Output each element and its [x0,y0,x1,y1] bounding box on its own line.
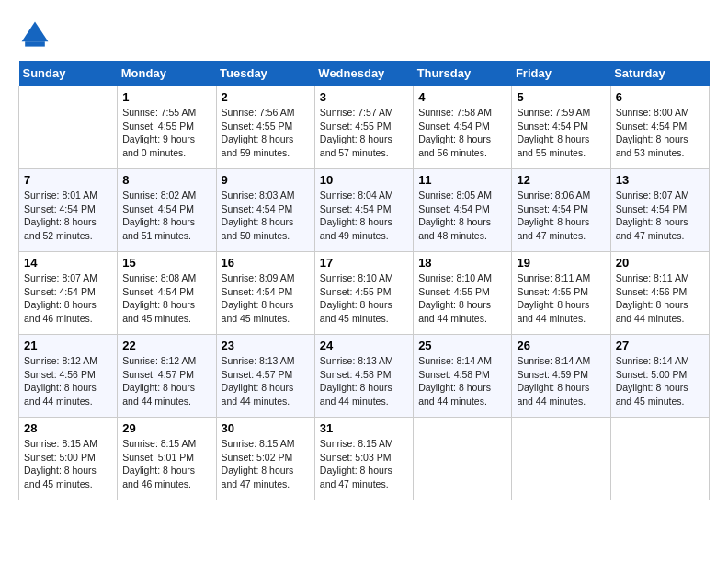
day-number: 5 [517,90,605,104]
daylight-text: Daylight: 8 hours and 55 minutes. [517,132,605,159]
day-info: Sunrise: 8:14 AM Sunset: 4:59 PM Dayligh… [517,354,605,408]
sunrise-text: Sunrise: 8:14 AM [517,354,605,368]
day-info: Sunrise: 8:13 AM Sunset: 4:58 PM Dayligh… [320,354,408,408]
calendar-week-5: 28 Sunrise: 8:15 AM Sunset: 5:00 PM Dayl… [19,418,710,500]
sunset-text: Sunset: 4:55 PM [418,285,506,299]
logo-icon [18,18,51,52]
calendar-cell: 12 Sunrise: 8:06 AM Sunset: 4:54 PM Dayl… [512,169,610,252]
calendar-cell [414,418,512,500]
day-number: 2 [222,90,310,104]
sunrise-text: Sunrise: 7:56 AM [222,106,310,120]
sunrise-text: Sunrise: 8:10 AM [418,271,506,285]
daylight-text: Daylight: 8 hours and 52 minutes. [24,215,112,242]
day-info: Sunrise: 8:14 AM Sunset: 4:58 PM Dayligh… [418,354,506,408]
sunrise-text: Sunrise: 8:02 AM [122,189,210,202]
day-info: Sunrise: 8:13 AM Sunset: 4:57 PM Dayligh… [222,354,310,408]
daylight-text: Daylight: 8 hours and 47 minutes. [616,215,704,242]
daylight-text: Daylight: 8 hours and 48 minutes. [418,215,506,242]
day-info: Sunrise: 8:02 AM Sunset: 4:54 PM Dayligh… [122,189,210,243]
calendar-week-1: 1 Sunrise: 7:55 AM Sunset: 4:55 PM Dayli… [19,86,710,169]
daylight-text: Daylight: 8 hours and 57 minutes. [320,132,408,159]
weekday-header-monday: Monday [118,61,216,86]
day-number: 10 [320,173,408,187]
sunset-text: Sunset: 4:55 PM [320,285,408,299]
day-number: 13 [616,173,704,187]
day-number: 20 [616,256,704,270]
weekday-header-wednesday: Wednesday [314,61,413,86]
daylight-text: Daylight: 8 hours and 44 minutes. [320,381,408,408]
calendar-cell: 22 Sunrise: 8:12 AM Sunset: 4:57 PM Dayl… [118,335,216,418]
sunrise-text: Sunrise: 8:12 AM [24,354,112,368]
day-number: 26 [517,339,605,352]
sunrise-text: Sunrise: 8:15 AM [320,437,408,451]
sunrise-text: Sunrise: 8:10 AM [320,271,408,285]
calendar-week-4: 21 Sunrise: 8:12 AM Sunset: 4:56 PM Dayl… [19,335,710,418]
weekday-header-friday: Friday [512,61,610,86]
day-info: Sunrise: 8:06 AM Sunset: 4:54 PM Dayligh… [517,189,605,243]
sunset-text: Sunset: 5:00 PM [24,451,112,465]
calendar-cell: 1 Sunrise: 7:55 AM Sunset: 4:55 PM Dayli… [118,86,216,169]
daylight-text: Daylight: 8 hours and 44 minutes. [122,381,210,408]
day-number: 24 [320,339,408,352]
sunset-text: Sunset: 4:54 PM [122,285,210,299]
sunrise-text: Sunrise: 8:05 AM [418,189,506,202]
sunrise-text: Sunrise: 8:00 AM [616,106,704,120]
daylight-text: Daylight: 8 hours and 44 minutes. [616,298,704,325]
calendar-cell: 21 Sunrise: 8:12 AM Sunset: 4:56 PM Dayl… [19,335,118,418]
sunset-text: Sunset: 5:01 PM [122,451,210,465]
weekday-header-saturday: Saturday [610,61,709,86]
sunset-text: Sunset: 4:57 PM [122,368,210,382]
sunrise-text: Sunrise: 8:11 AM [517,271,605,285]
day-info: Sunrise: 8:05 AM Sunset: 4:54 PM Dayligh… [418,189,506,243]
daylight-text: Daylight: 8 hours and 56 minutes. [418,132,506,159]
sunset-text: Sunset: 4:59 PM [517,368,605,382]
day-number: 18 [418,256,506,270]
sunrise-text: Sunrise: 7:57 AM [320,106,408,120]
day-info: Sunrise: 8:10 AM Sunset: 4:55 PM Dayligh… [320,271,408,326]
calendar-cell: 27 Sunrise: 8:14 AM Sunset: 5:00 PM Dayl… [610,335,709,418]
day-number: 9 [222,173,310,187]
sunset-text: Sunset: 4:54 PM [24,202,112,216]
sunrise-text: Sunrise: 8:09 AM [222,271,310,285]
calendar-cell: 4 Sunrise: 7:58 AM Sunset: 4:54 PM Dayli… [414,86,512,169]
sunrise-text: Sunrise: 8:15 AM [122,437,210,451]
calendar-cell: 9 Sunrise: 8:03 AM Sunset: 4:54 PM Dayli… [216,169,314,252]
daylight-text: Daylight: 8 hours and 46 minutes. [24,298,112,325]
page-header [18,18,710,52]
day-info: Sunrise: 7:55 AM Sunset: 4:55 PM Dayligh… [122,106,210,160]
sunset-text: Sunset: 4:55 PM [517,285,605,299]
day-info: Sunrise: 8:15 AM Sunset: 5:02 PM Dayligh… [222,437,310,491]
daylight-text: Daylight: 8 hours and 47 minutes. [517,215,605,242]
day-number: 6 [616,90,704,104]
calendar-cell: 30 Sunrise: 8:15 AM Sunset: 5:02 PM Dayl… [216,418,314,500]
day-number: 21 [24,339,112,352]
calendar-cell: 5 Sunrise: 7:59 AM Sunset: 4:54 PM Dayli… [512,86,610,169]
weekday-header-row: SundayMondayTuesdayWednesdayThursdayFrid… [19,61,710,86]
calendar-cell: 18 Sunrise: 8:10 AM Sunset: 4:55 PM Dayl… [414,252,512,335]
day-info: Sunrise: 7:56 AM Sunset: 4:55 PM Dayligh… [222,106,310,160]
daylight-text: Daylight: 8 hours and 44 minutes. [222,381,310,408]
day-info: Sunrise: 8:04 AM Sunset: 4:54 PM Dayligh… [320,189,408,243]
sunset-text: Sunset: 4:54 PM [418,202,506,216]
sunset-text: Sunset: 5:03 PM [320,451,408,465]
day-number: 30 [222,421,310,435]
calendar-cell: 11 Sunrise: 8:05 AM Sunset: 4:54 PM Dayl… [414,169,512,252]
calendar-cell: 6 Sunrise: 8:00 AM Sunset: 4:54 PM Dayli… [610,86,709,169]
day-number: 28 [24,421,112,435]
calendar-cell: 13 Sunrise: 8:07 AM Sunset: 4:54 PM Dayl… [610,169,709,252]
day-number: 15 [122,256,210,270]
sunrise-text: Sunrise: 8:15 AM [222,437,310,451]
sunrise-text: Sunrise: 8:06 AM [517,189,605,202]
daylight-text: Daylight: 8 hours and 49 minutes. [320,215,408,242]
calendar-cell: 7 Sunrise: 8:01 AM Sunset: 4:54 PM Dayli… [19,169,118,252]
calendar-cell [19,86,118,169]
day-info: Sunrise: 8:07 AM Sunset: 4:54 PM Dayligh… [24,271,112,326]
sunset-text: Sunset: 4:54 PM [222,285,310,299]
weekday-header-thursday: Thursday [414,61,512,86]
sunrise-text: Sunrise: 8:15 AM [24,437,112,451]
calendar-cell: 20 Sunrise: 8:11 AM Sunset: 4:56 PM Dayl… [610,252,709,335]
day-info: Sunrise: 8:11 AM Sunset: 4:55 PM Dayligh… [517,271,605,326]
svg-marker-0 [22,22,49,42]
calendar-cell: 25 Sunrise: 8:14 AM Sunset: 4:58 PM Dayl… [414,335,512,418]
calendar-cell: 23 Sunrise: 8:13 AM Sunset: 4:57 PM Dayl… [216,335,314,418]
